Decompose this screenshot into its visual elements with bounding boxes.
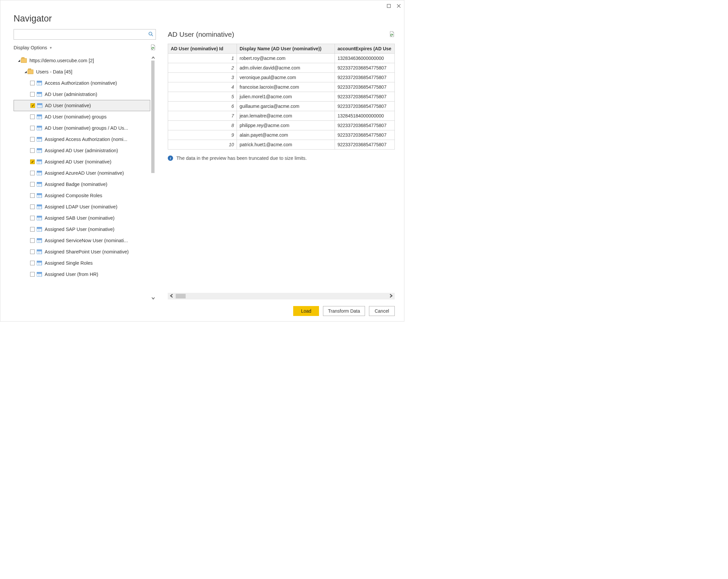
checkbox-icon[interactable] bbox=[30, 261, 35, 265]
checkbox-icon[interactable] bbox=[30, 216, 35, 220]
tree-group[interactable]: ◢Users - Data [45] bbox=[14, 66, 150, 77]
checkbox-icon[interactable] bbox=[30, 249, 35, 254]
cell-display: robert.roy@acme.com bbox=[237, 54, 335, 63]
table-row[interactable]: 8philippe.rey@acme.com922337203685477580… bbox=[168, 121, 395, 130]
preview-header: AD User (nominative) bbox=[168, 29, 395, 40]
table-row[interactable]: 4francoise.lacroix@acme.com9223372036854… bbox=[168, 82, 395, 92]
cell-display: veronique.paul@acme.com bbox=[237, 73, 335, 82]
col-header-displayname[interactable]: Display Name (AD User (nominative)) bbox=[237, 44, 335, 54]
cell-display: julien.morel1@acme.com bbox=[237, 92, 335, 102]
table-row[interactable]: 10patrick.huet1@acme.com9223372036854775… bbox=[168, 140, 395, 150]
scroll-down-icon[interactable] bbox=[150, 295, 156, 301]
scroll-thumb[interactable] bbox=[151, 60, 155, 173]
checkbox-icon[interactable] bbox=[30, 148, 35, 153]
tree-item-label: Assigned AzureAD User (nominative) bbox=[45, 170, 150, 176]
checkbox-icon[interactable] bbox=[30, 272, 35, 277]
close-icon[interactable] bbox=[396, 3, 401, 8]
scroll-left-icon[interactable] bbox=[168, 293, 176, 299]
tree-item[interactable]: Assigned ServiceNow User (nominati... bbox=[14, 235, 150, 246]
cell-id: 9 bbox=[168, 130, 237, 140]
tree-root[interactable]: ◢https://demo.usercube.com [2] bbox=[14, 55, 150, 66]
transform-data-button[interactable]: Transform Data bbox=[323, 306, 365, 316]
hscroll-track[interactable] bbox=[176, 293, 387, 299]
checkbox-icon[interactable] bbox=[30, 227, 35, 232]
search-input[interactable] bbox=[16, 31, 148, 37]
checkbox-icon[interactable] bbox=[30, 126, 35, 130]
load-button[interactable]: Load bbox=[293, 306, 319, 316]
tree-item-label: AD User (nominative) groups / AD Us... bbox=[45, 125, 150, 131]
table-row[interactable]: 3veronique.paul@acme.com9223372036854775… bbox=[168, 73, 395, 82]
tree-item[interactable]: Assigned Single Roles bbox=[14, 257, 150, 269]
tree-item[interactable]: Access Authorization (nominative) bbox=[14, 77, 150, 89]
preview-table: AD User (nominative) Id Display Name (AD… bbox=[168, 44, 395, 150]
tree-item[interactable]: Assigned SAP User (nominative) bbox=[14, 223, 150, 235]
tree-item[interactable]: Assigned AzureAD User (nominative) bbox=[14, 167, 150, 179]
table-row[interactable]: 9alain.payet@acme.com9223372036854775807 bbox=[168, 130, 395, 140]
tree-scrollbar[interactable] bbox=[150, 55, 156, 301]
cell-id: 5 bbox=[168, 92, 237, 102]
checkbox-icon[interactable] bbox=[30, 114, 35, 119]
checkbox-icon[interactable] bbox=[30, 137, 35, 141]
cancel-button[interactable]: Cancel bbox=[369, 306, 395, 316]
tree-item[interactable]: ✓Assigned AD User (nominative) bbox=[14, 156, 150, 167]
tree-item[interactable]: Assigned AD User (administration) bbox=[14, 145, 150, 156]
cell-account: 9223372036854775807 bbox=[335, 73, 395, 82]
tree-item[interactable]: AD User (nominative) groups / AD Us... bbox=[14, 123, 150, 134]
cell-account: 132845184000000000 bbox=[335, 111, 395, 121]
cell-display: patrick.huet1@acme.com bbox=[237, 140, 335, 150]
cell-display: philippe.rey@acme.com bbox=[237, 121, 335, 130]
checkbox-icon[interactable] bbox=[30, 92, 35, 97]
checkbox-icon[interactable] bbox=[30, 205, 35, 209]
tree-item-label: Assigned User (from HR) bbox=[45, 272, 150, 277]
tree-item[interactable]: Assigned LDAP User (nominative) bbox=[14, 201, 150, 212]
tree-item[interactable]: Assigned Access Authorization (nomi... bbox=[14, 134, 150, 145]
checkbox-icon[interactable]: ✓ bbox=[30, 103, 35, 108]
table-row[interactable]: 2adm.olivier.david@acme.com9223372036854… bbox=[168, 63, 395, 73]
maximize-icon[interactable] bbox=[386, 3, 391, 8]
navigator-window: Navigator Display Options ▼ ◢https bbox=[0, 0, 405, 322]
tree-item[interactable]: Assigned User (from HR) bbox=[14, 269, 150, 280]
table-row[interactable]: 5julien.morel1@acme.com92233720368547758… bbox=[168, 92, 395, 102]
left-pane: Display Options ▼ ◢https://demo.usercube… bbox=[14, 29, 156, 301]
tree-item-label: Assigned Composite Roles bbox=[45, 193, 150, 198]
svg-rect-0 bbox=[387, 4, 390, 8]
checkbox-icon[interactable] bbox=[30, 238, 35, 243]
checkbox-icon[interactable] bbox=[30, 182, 35, 187]
tree-item[interactable]: Assigned SharePoint User (nominative) bbox=[14, 246, 150, 257]
col-header-accountexpires[interactable]: accountExpires (AD Use bbox=[335, 44, 395, 54]
search-box[interactable] bbox=[14, 29, 156, 40]
cell-id: 7 bbox=[168, 111, 237, 121]
table-row[interactable]: 1robert.roy@acme.com132834636000000000 bbox=[168, 54, 395, 63]
cell-id: 1 bbox=[168, 54, 237, 63]
table-row[interactable]: 6guillaume.garcia@acme.com92233720368547… bbox=[168, 102, 395, 111]
checkbox-icon[interactable] bbox=[30, 81, 35, 85]
info-icon: i bbox=[168, 156, 173, 161]
cell-id: 10 bbox=[168, 140, 237, 150]
tree-item[interactable]: ✓AD User (nominative) bbox=[14, 100, 150, 111]
tree-item[interactable]: Assigned Composite Roles bbox=[14, 190, 150, 201]
tree-item-label: AD User (administration) bbox=[45, 91, 150, 97]
display-options-button[interactable]: Display Options ▼ bbox=[14, 45, 52, 50]
tree-item[interactable]: Assigned SAB User (nominative) bbox=[14, 212, 150, 223]
scroll-up-icon[interactable] bbox=[150, 55, 156, 60]
checkbox-icon[interactable]: ✓ bbox=[30, 159, 35, 164]
tree-item[interactable]: Assigned Badge (nominative) bbox=[14, 179, 150, 190]
checkbox-icon[interactable] bbox=[30, 193, 35, 198]
tree-item-label: AD User (nominative) bbox=[45, 103, 150, 108]
window-title-bar bbox=[0, 0, 404, 11]
truncation-notice: i The data in the preview has been trunc… bbox=[168, 156, 395, 161]
col-header-id[interactable]: AD User (nominative) Id bbox=[168, 44, 237, 54]
scroll-right-icon[interactable] bbox=[387, 293, 395, 299]
display-options-row: Display Options ▼ bbox=[14, 43, 156, 52]
search-icon[interactable] bbox=[148, 31, 154, 38]
tree-item[interactable]: AD User (nominative) groups bbox=[14, 111, 150, 123]
hscroll-thumb[interactable] bbox=[176, 294, 186, 298]
tree-item-label: Assigned SharePoint User (nominative) bbox=[45, 249, 150, 255]
navigation-tree[interactable]: ◢https://demo.usercube.com [2]◢Users - D… bbox=[14, 55, 150, 301]
refresh-doc-icon[interactable] bbox=[150, 44, 156, 51]
tree-item[interactable]: AD User (administration) bbox=[14, 89, 150, 100]
table-row[interactable]: 7jean.lemaitre@acme.com13284518400000000… bbox=[168, 111, 395, 121]
checkbox-icon[interactable] bbox=[30, 171, 35, 175]
preview-horizontal-scrollbar[interactable] bbox=[168, 293, 395, 299]
refresh-preview-icon[interactable] bbox=[389, 31, 395, 38]
